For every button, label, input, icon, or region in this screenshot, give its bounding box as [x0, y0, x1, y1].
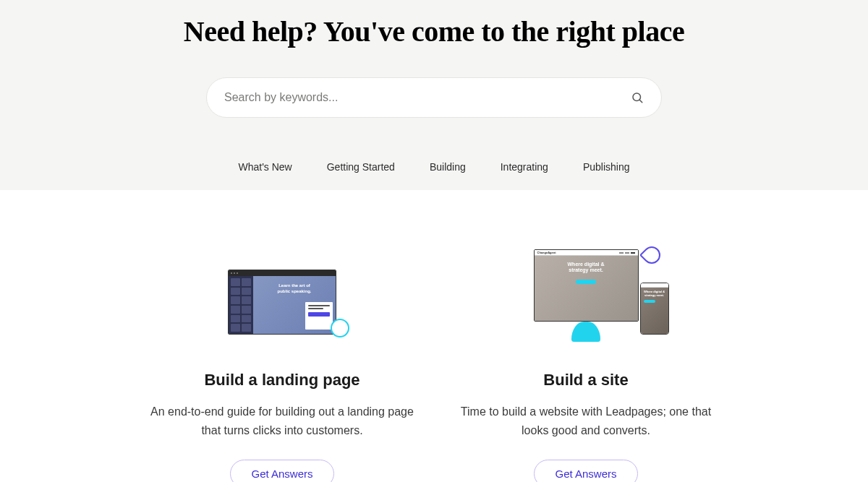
nav-item-whats-new[interactable]: What's New: [238, 161, 292, 173]
card-illustration: ChangeAgent Where digital & strategy mee…: [448, 233, 723, 335]
nav-item-publishing[interactable]: Publishing: [583, 161, 630, 173]
mock-headline: strategy meet.: [540, 267, 632, 273]
svg-line-1: [639, 100, 642, 102]
card-site: ChangeAgent Where digital & strategy mee…: [448, 233, 723, 482]
card-illustration: Learn the art of public speaking.: [145, 233, 420, 335]
search-icon[interactable]: [631, 91, 644, 104]
mock-headline: Where digital &: [540, 262, 632, 267]
nav-item-integrating[interactable]: Integrating: [501, 161, 548, 173]
card-title: Build a landing page: [204, 371, 359, 390]
mock-brand: ChangeAgent: [537, 251, 556, 254]
card-description: An end-to-end guide for building out a l…: [145, 403, 420, 439]
mock-headline: public speaking.: [258, 289, 331, 295]
phone-mockup-icon: Where digital & strategy meet.: [640, 283, 669, 335]
mock-headline: Learn the art of: [258, 283, 331, 289]
browser-mockup-icon: ChangeAgent Where digital & strategy mee…: [534, 249, 639, 322]
card-landing-page: Learn the art of public speaking. Build: [145, 233, 420, 482]
nav-item-building[interactable]: Building: [430, 161, 466, 173]
search-input[interactable]: [224, 91, 631, 104]
card-description: Time to build a website with Leadpages; …: [448, 403, 723, 439]
circle-accent-icon: [331, 319, 349, 337]
card-title: Build a site: [543, 371, 628, 390]
nav-item-getting-started[interactable]: Getting Started: [327, 161, 395, 173]
leaf-accent-icon: [639, 243, 664, 267]
stand-accent-icon: [571, 322, 600, 342]
mock-phone-headline: strategy meet.: [644, 294, 665, 298]
search-container: [192, 77, 676, 118]
svg-point-0: [633, 93, 641, 101]
card-grid: Learn the art of public speaking. Build: [109, 233, 760, 482]
hero-section: Need help? You've come to the right plac…: [0, 0, 868, 190]
search-box[interactable]: [206, 77, 662, 118]
category-nav: What's New Getting Started Building Inte…: [0, 118, 868, 190]
get-answers-button[interactable]: Get Answers: [534, 460, 637, 482]
get-answers-button[interactable]: Get Answers: [230, 460, 333, 482]
content-section: Learn the art of public speaking. Build: [0, 190, 868, 482]
browser-mockup-icon: Learn the art of public speaking.: [228, 270, 336, 335]
page-title: Need help? You've come to the right plac…: [0, 14, 868, 77]
